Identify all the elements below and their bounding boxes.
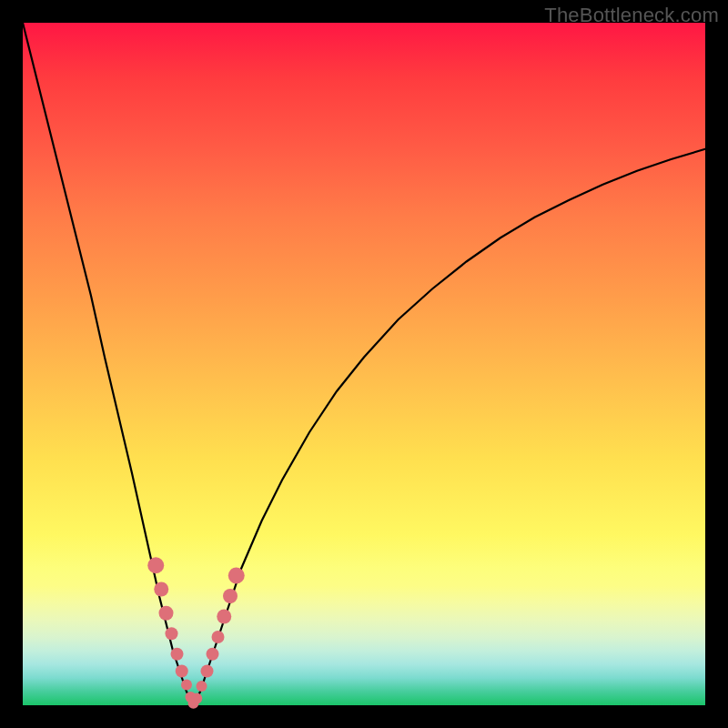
curve-marker	[159, 606, 174, 621]
chart-plot-area	[23, 23, 705, 705]
curve-marker	[191, 693, 202, 704]
curve-marker	[228, 568, 245, 584]
curve-marker	[166, 627, 178, 640]
chart-svg	[23, 23, 705, 705]
curve-marker	[171, 648, 184, 661]
curve-marker	[176, 665, 188, 678]
chart-frame: TheBottleneck.com	[0, 0, 728, 728]
curve-marker	[223, 589, 238, 603]
curve-marker	[181, 680, 192, 691]
curve-marker	[197, 681, 207, 692]
bottleneck-curve	[23, 23, 705, 705]
watermark-text: TheBottleneck.com	[544, 4, 719, 27]
curve-marker	[212, 631, 225, 643]
curve-marker	[154, 582, 168, 597]
marker-layer	[147, 557, 245, 709]
curve-marker	[147, 557, 164, 573]
curve-marker	[217, 610, 231, 624]
curve-marker	[201, 665, 214, 678]
curve-marker	[207, 648, 219, 661]
